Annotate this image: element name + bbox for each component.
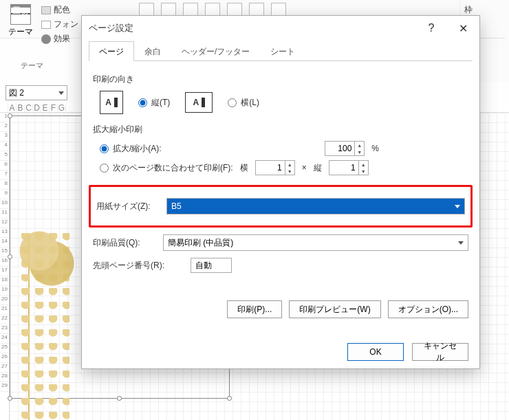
- print-preview-button[interactable]: 印刷プレビュー(W): [289, 300, 380, 318]
- printtitles-icon[interactable]: [271, 3, 286, 16]
- resize-handle[interactable]: [8, 396, 12, 401]
- palette-icon: [41, 6, 51, 14]
- printarea-icon[interactable]: [205, 3, 220, 16]
- resize-handle[interactable]: [8, 113, 12, 118]
- scaling-group: 拡大/縮小(A): ▲▼ % 次のページ数に合わせて印刷(F): 横 ▲▼: [93, 141, 468, 175]
- print-quality-label: 印刷品質(Q):: [93, 237, 155, 249]
- fit-height-label: 縦: [314, 162, 322, 174]
- print-quality-value: 簡易印刷 (中品質): [168, 237, 233, 249]
- name-box[interactable]: 図 2: [6, 85, 67, 100]
- font-icon: [41, 21, 51, 29]
- action-buttons: 印刷(P)... 印刷プレビュー(W) オプション(O)...: [93, 300, 468, 318]
- effects-icon: [41, 34, 51, 44]
- row-headers: 1234567891011121314151617181920212223242…: [0, 113, 10, 420]
- breaks-icon[interactable]: [227, 3, 242, 16]
- zoom-input[interactable]: [325, 144, 354, 153]
- theme-swatch-icon: 亜ぁ: [10, 4, 31, 25]
- percent-label: %: [371, 144, 379, 153]
- app-background: 亜ぁ テーマ 配色 フォン 効果 ⬍ 横: 自動 枠 シー テーマ 図: [0, 0, 509, 420]
- first-page-label: 先頭ページ番号(R):: [93, 260, 182, 272]
- dialog-body: 印刷の向き A 縦(T) A 横(L) 拡大縮小印刷 拡大/縮小(A): ▲▼ …: [82, 61, 479, 335]
- zoom-spinner[interactable]: ▲▼: [325, 141, 365, 156]
- options-button[interactable]: オプション(O)...: [388, 300, 468, 318]
- gridlines-label: 枠: [464, 4, 505, 16]
- ok-button[interactable]: OK: [347, 343, 404, 361]
- portrait-radio[interactable]: 縦(T): [138, 97, 170, 109]
- landscape-icon: A: [185, 92, 213, 113]
- margins-icon[interactable]: [139, 3, 154, 16]
- resize-handle[interactable]: [227, 396, 232, 401]
- close-button[interactable]: ✕: [453, 19, 473, 38]
- size-icon[interactable]: [183, 3, 198, 16]
- tab-sheet[interactable]: シート: [260, 41, 305, 61]
- fit-width-label: 横: [240, 162, 248, 174]
- orientation-title: 印刷の向き: [93, 74, 468, 85]
- paper-size-label: 用紙サイズ(Z):: [96, 201, 158, 212]
- tab-page[interactable]: ページ: [89, 41, 134, 61]
- ribbon-group-label: テーマ: [21, 60, 43, 71]
- portrait-icon: A: [100, 91, 123, 114]
- dialog-title: ページ設定: [89, 22, 133, 34]
- chevron-down-icon: [458, 241, 464, 245]
- orientation-icon[interactable]: [161, 3, 176, 16]
- tab-margins[interactable]: 余白: [134, 41, 171, 61]
- fit-width-input[interactable]: [256, 163, 285, 173]
- first-page-input[interactable]: [191, 258, 232, 273]
- print-button[interactable]: 印刷(P)...: [227, 300, 282, 318]
- paper-size-value: B5: [171, 201, 182, 211]
- name-box-value: 図 2: [9, 87, 24, 99]
- dialog-footer: OK キャンセル: [82, 335, 479, 368]
- ribbon-misc: [139, 3, 286, 16]
- resize-handle[interactable]: [117, 396, 122, 401]
- orientation-group: A 縦(T) A 横(L): [100, 91, 468, 114]
- tab-headerfooter[interactable]: ヘッダー/フッター: [171, 41, 260, 61]
- fonts-button[interactable]: フォン: [41, 19, 78, 30]
- page-setup-dialog: ページ設定 ? ✕ ページ 余白 ヘッダー/フッター シート 印刷の向き A 縦…: [81, 15, 480, 369]
- spinner-arrows[interactable]: ▲▼: [354, 142, 364, 155]
- dialog-tabs: ページ 余白 ヘッダー/フッター シート: [89, 41, 473, 61]
- colors-button[interactable]: 配色: [41, 4, 78, 16]
- paper-size-select[interactable]: B5: [166, 198, 465, 214]
- background-icon[interactable]: [249, 3, 264, 16]
- fit-height-input[interactable]: [329, 163, 358, 173]
- resize-handle[interactable]: [8, 254, 12, 259]
- themes-label: テーマ: [8, 26, 33, 38]
- effects-button[interactable]: 効果: [41, 33, 78, 45]
- fit-mid: ×: [302, 163, 307, 173]
- chevron-down-icon: [58, 91, 64, 95]
- fit-to-radio[interactable]: 次のページ数に合わせて印刷(F):: [100, 162, 233, 174]
- ribbon-small-buttons: 配色 フォン 効果: [41, 3, 78, 45]
- adjust-to-radio[interactable]: 拡大/縮小(A):: [100, 143, 162, 155]
- fit-width-spinner[interactable]: ▲▼: [255, 160, 295, 175]
- themes-button[interactable]: 亜ぁ テーマ: [6, 3, 36, 39]
- cancel-button[interactable]: キャンセル: [412, 343, 468, 361]
- landscape-radio[interactable]: 横(L): [228, 97, 259, 109]
- help-button[interactable]: ?: [422, 19, 441, 38]
- fit-height-spinner[interactable]: ▲▼: [329, 160, 369, 175]
- chevron-down-icon: [455, 205, 460, 208]
- print-quality-select[interactable]: 簡易印刷 (中品質): [163, 234, 468, 251]
- paper-size-highlight: 用紙サイズ(Z): B5: [89, 185, 473, 228]
- dialog-titlebar: ページ設定 ? ✕: [82, 16, 479, 41]
- scaling-title: 拡大縮小印刷: [93, 124, 468, 135]
